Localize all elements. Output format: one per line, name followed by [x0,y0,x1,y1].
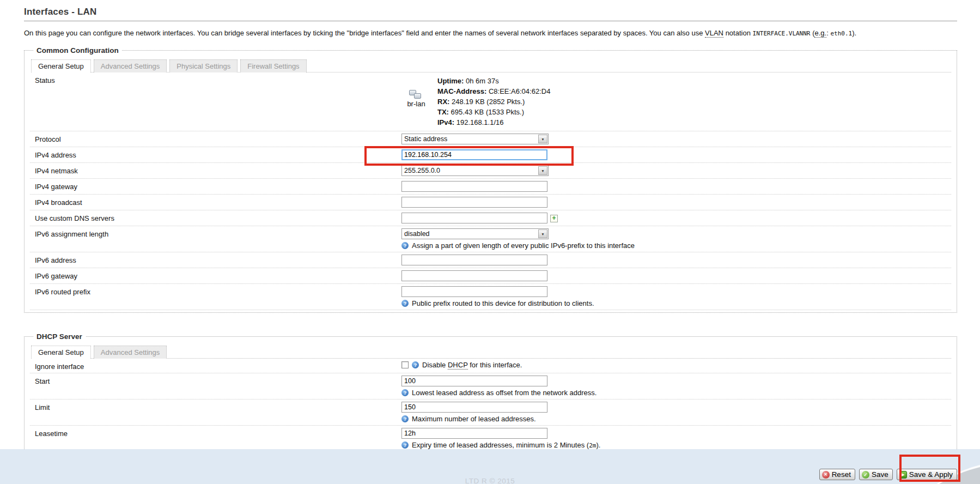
field-help: ? Assign a part of given length of every… [401,241,951,250]
ipv4-address-input[interactable] [401,149,547,160]
reset-button[interactable]: ✕Reset [819,469,855,480]
ipv6-address-input[interactable] [401,255,547,265]
save-button[interactable]: ✓Save [859,469,893,480]
row-ipv4-gateway: IPv4 gateway [30,179,951,195]
row-ignore-interface: Ignore interface ? Disable DHCP for this… [30,359,951,373]
save-apply-button[interactable]: ▶Save & Apply [897,469,957,480]
vlan-abbr: VLAN [705,29,723,38]
dhcp-server-legend: DHCP Server [33,332,86,341]
field-help: ? Lowest leased address as offset from t… [401,389,951,397]
field-label: Start [30,376,401,385]
ipv6-routed-prefix-input[interactable] [401,286,547,297]
dhcp-limit-input[interactable] [401,402,547,413]
protocol-select[interactable]: Static address ▼ [401,134,549,144]
save-icon: ✓ [862,471,869,479]
dhcp-server-section: DHCP Server General Setup Advanced Setti… [24,332,957,455]
page-description: On this page you can configure the netwo… [24,28,957,39]
ipv6-gateway-input[interactable] [401,270,547,281]
row-dhcp-start: Start ? Lowest leased address as offset … [30,373,951,400]
row-custom-dns: Use custom DNS servers + [30,210,951,226]
help-icon: ? [401,300,409,307]
eg-abbr: e.g. [814,29,826,38]
help-text: Maximum number of leased addresses. [412,415,536,423]
row-ipv4-address: IPv4 address [30,147,951,163]
common-configuration-legend: Common Configuration [33,46,122,55]
row-protocol: Protocol Static address ▼ [30,131,951,147]
common-config-tabs: General Setup Advanced Settings Physical… [31,59,951,72]
tab-advanced-settings: Advanced Settings [94,59,167,72]
chevron-down-icon[interactable]: ▼ [538,229,547,238]
row-ipv4-netmask: IPv4 netmask 255.255.0.0 ▼ [30,163,951,179]
add-icon[interactable]: + [550,215,558,222]
ipv4-gateway-input[interactable] [401,181,547,192]
page-content: Interfaces - LAN On this page you can co… [0,0,980,466]
row-ipv4-broadcast: IPv4 broadcast [30,195,951,210]
tab-general-setup[interactable]: General Setup [31,59,91,72]
interface-icon [409,90,423,99]
field-label: IPv6 assignment length [30,228,401,238]
tab-firewall-settings: Firewall Settings [240,59,306,72]
device-block: br-lan [401,76,431,128]
help-text: Disable DHCP for this interface. [422,361,522,369]
field-label: IPv6 routed prefix [30,286,401,296]
tab-physical-settings: Physical Settings [169,59,238,72]
ipv4-netmask-select[interactable]: 255.255.0.0 ▼ [401,165,549,176]
field-label: Ignore interface [30,361,401,371]
field-help: ? Public prefix routed to this device fo… [401,299,951,307]
ipv4-broadcast-input[interactable] [401,197,547,208]
ignore-interface-checkbox[interactable] [401,361,409,368]
select-value: 255.255.0.0 [404,167,440,174]
ipv6-assignment-select[interactable]: disabled ▼ [401,228,549,239]
action-buttons: ✕Reset ✓Save ▶Save & Apply [819,469,957,480]
help-text: Expiry time of leased addresses, minimum… [412,441,600,449]
dhcp-start-input[interactable] [401,376,547,386]
status-line-ipv4: IPv4: 192.168.1.1/16 [437,117,550,128]
description-text: notation [726,29,751,37]
chevron-down-icon[interactable]: ▼ [538,135,547,143]
help-icon: ? [401,415,409,422]
field-label: IPv4 address [30,149,401,159]
field-label: Leasetime [30,428,401,438]
status-line-rx: RX: 248.19 KB (2852 Pkts.) [437,96,550,107]
row-ipv6-gateway: IPv6 gateway [30,268,951,284]
status-line-mac: MAC-Address: C8:EE:A6:04:62:D4 [437,86,550,96]
row-ipv6-address: IPv6 address [30,252,951,268]
field-label: Protocol [30,134,401,143]
row-dhcp-limit: Limit ? Maximum number of leased address… [30,400,951,426]
help-text: Public prefix routed to this device for … [412,299,594,307]
tab-dhcp-general-setup[interactable]: General Setup [31,346,91,359]
field-help: ? Expiry time of leased addresses, minim… [401,441,951,449]
field-label: IPv6 gateway [30,270,401,280]
common-configuration-section: Common Configuration General Setup Advan… [24,46,957,313]
interface-notation-code: INTERFACE.VLANNR [753,30,811,37]
device-name: br-lan [407,100,425,108]
leasetime-min-code: 2m [589,442,596,449]
status-line-uptime: Uptime: 0h 6m 37s [437,76,550,86]
field-label: Limit [30,402,401,412]
status-row: Status br-lan Uptime: 0h 6m 37s MAC-Addr… [30,72,951,131]
field-help: ? Maximum number of leased addresses. [401,415,951,423]
description-text: : [826,29,829,37]
help-icon: ? [401,242,409,249]
tab-dhcp-advanced-settings: Advanced Settings [94,346,167,359]
chevron-down-icon[interactable]: ▼ [538,166,547,175]
save-apply-icon: ▶ [899,471,907,479]
field-label: IPv4 broadcast [30,197,401,207]
field-label-status: Status [30,75,401,84]
description-text: ). [852,29,856,37]
field-label: IPv4 netmask [30,165,401,175]
custom-dns-input[interactable] [401,213,547,223]
help-icon: ? [401,441,409,449]
help-icon: ? [412,361,419,368]
eth-example-code: eth0.1 [830,30,852,37]
select-value: Static address [404,135,447,143]
title-divider [24,21,957,21]
interface-status: Uptime: 0h 6m 37s MAC-Address: C8:EE:A6:… [437,76,550,128]
field-label: IPv6 address [30,255,401,264]
help-text: Assign a part of given length of every p… [412,241,635,250]
dhcp-abbr: DHCP [448,361,468,370]
page-title: Interfaces - LAN [24,7,957,17]
dhcp-leasetime-input[interactable] [401,428,547,439]
description-text: On this page you can configure the netwo… [24,29,703,37]
row-ipv6-routed-prefix: IPv6 routed prefix ? Public prefix route… [30,284,951,310]
